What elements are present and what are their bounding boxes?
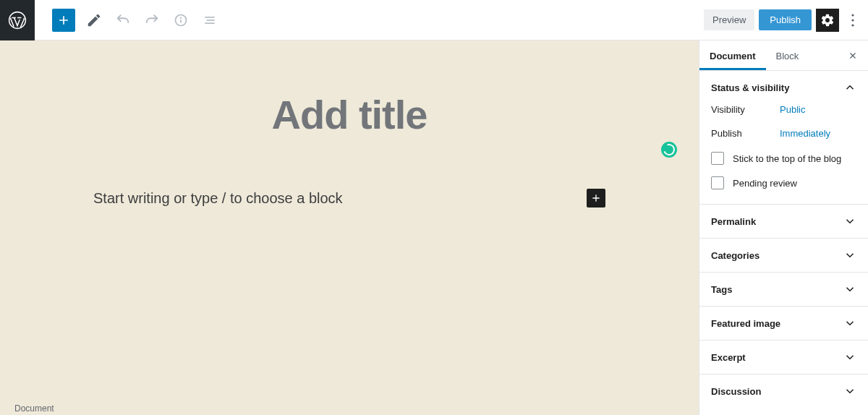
footer-breadcrumb: Document <box>14 403 54 414</box>
panel-status-toggle[interactable]: Status & visibility <box>699 71 868 104</box>
block-placeholder-text: Start writing or type / to choose a bloc… <box>93 190 343 207</box>
grammarly-icon[interactable] <box>661 142 677 158</box>
redo-icon <box>144 12 160 28</box>
tab-block[interactable]: Block <box>766 40 809 70</box>
preview-button[interactable]: Preview <box>704 9 754 30</box>
panel-featured-image: Featured image <box>699 307 868 341</box>
panel-categories: Categories <box>699 239 868 273</box>
panel-tags-heading: Tags <box>711 284 732 295</box>
panel-status-visibility: Status & visibility Visibility Public Pu… <box>699 71 868 205</box>
panel-excerpt: Excerpt <box>699 341 868 375</box>
wordpress-icon <box>8 11 27 30</box>
sticky-label: Stick to the top of the blog <box>733 153 841 164</box>
sticky-checkbox[interactable] <box>711 152 724 165</box>
outline-button[interactable] <box>200 10 220 30</box>
wordpress-logo-button[interactable] <box>0 0 35 40</box>
panel-permalink-toggle[interactable]: Permalink <box>699 205 868 238</box>
editor-canvas[interactable]: Add title Start writing or type / to cho… <box>0 40 699 415</box>
panel-categories-heading: Categories <box>711 250 760 261</box>
panel-discussion: Discussion <box>699 375 868 408</box>
settings-sidebar: Document Block Status & visibility Visib… <box>699 40 868 415</box>
publish-time-label: Publish <box>711 128 780 139</box>
default-block[interactable]: Start writing or type / to choose a bloc… <box>89 189 610 208</box>
toolbar-right: Preview Publish <box>704 9 862 32</box>
svg-point-7 <box>851 14 854 16</box>
panel-categories-toggle[interactable]: Categories <box>699 239 868 272</box>
panel-discussion-toggle[interactable]: Discussion <box>699 375 868 408</box>
visibility-label: Visibility <box>711 104 780 115</box>
plus-icon <box>590 192 602 204</box>
chevron-down-icon <box>843 249 856 262</box>
post-title-input[interactable]: Add title <box>89 91 610 138</box>
panel-permalink: Permalink <box>699 205 868 239</box>
panel-status-heading: Status & visibility <box>711 82 789 93</box>
panel-tags-toggle[interactable]: Tags <box>699 273 868 306</box>
plus-icon <box>56 13 71 27</box>
publish-time-value-link[interactable]: Immediately <box>780 128 830 139</box>
tab-document[interactable]: Document <box>699 40 766 70</box>
top-toolbar: Preview Publish <box>0 0 868 40</box>
panel-featured-image-toggle[interactable]: Featured image <box>699 307 868 340</box>
outline-icon <box>203 13 217 27</box>
pencil-icon <box>86 12 102 28</box>
panel-discussion-heading: Discussion <box>711 386 761 397</box>
panel-excerpt-toggle[interactable]: Excerpt <box>699 341 868 374</box>
pending-review-label: Pending review <box>733 178 797 189</box>
visibility-value-link[interactable]: Public <box>780 104 805 115</box>
sidebar-tabs: Document Block <box>699 40 868 71</box>
gear-icon <box>820 13 835 27</box>
chevron-down-icon <box>843 215 856 228</box>
chevron-down-icon <box>843 317 856 330</box>
svg-point-3 <box>181 17 182 18</box>
chevron-down-icon <box>843 385 856 398</box>
panel-featured-image-heading: Featured image <box>711 318 780 329</box>
settings-toggle-button[interactable] <box>816 9 839 32</box>
kebab-icon <box>851 14 854 27</box>
toolbar-left <box>35 9 220 32</box>
info-button[interactable] <box>171 10 191 30</box>
panel-permalink-heading: Permalink <box>711 216 756 227</box>
publish-button[interactable]: Publish <box>759 9 812 30</box>
pending-review-checkbox[interactable] <box>711 176 724 189</box>
redo-button[interactable] <box>142 10 162 30</box>
edit-mode-button[interactable] <box>84 10 104 30</box>
info-icon <box>174 13 188 27</box>
main-area: Add title Start writing or type / to cho… <box>0 40 868 415</box>
more-options-button[interactable] <box>843 9 862 32</box>
chevron-down-icon <box>843 283 856 296</box>
close-sidebar-button[interactable] <box>838 51 868 61</box>
panel-excerpt-heading: Excerpt <box>711 352 746 363</box>
undo-button[interactable] <box>113 10 133 30</box>
undo-icon <box>115 12 131 28</box>
inline-add-block-button[interactable] <box>587 189 605 208</box>
close-icon <box>848 51 858 61</box>
chevron-down-icon <box>843 351 856 364</box>
svg-point-8 <box>851 19 854 21</box>
chevron-up-icon <box>843 81 856 94</box>
panel-tags: Tags <box>699 273 868 307</box>
add-block-button[interactable] <box>52 9 75 32</box>
svg-point-9 <box>851 24 854 26</box>
